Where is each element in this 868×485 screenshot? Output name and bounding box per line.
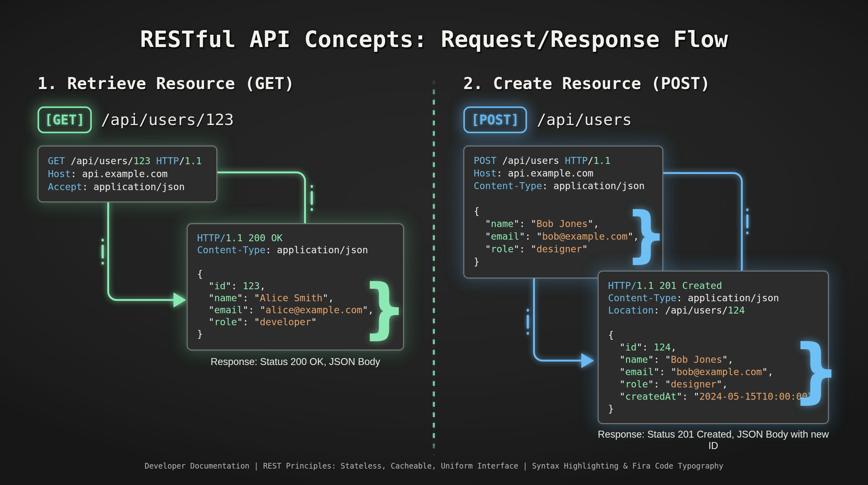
code-line: "email": "alice@example.com", [197, 304, 394, 316]
code-token: ": [637, 342, 653, 353]
get-response-code-block: HTTP/1.1 200 OKContent-Type: application… [187, 223, 404, 350]
code-line: "id": 123, [197, 280, 394, 292]
code-token: " [813, 391, 819, 402]
code-token: ", [628, 231, 639, 242]
code-token: ": " [514, 218, 536, 229]
code-token [243, 232, 249, 244]
code-token: } [608, 403, 614, 414]
code-token: ", [588, 218, 599, 229]
get-response-caption: Response: Status 200 OK, JSON Body [187, 356, 404, 368]
code-line: "role": "designer", [608, 378, 818, 390]
code-token: " [608, 354, 625, 365]
code-token: alice@example.com [266, 304, 363, 315]
code-line: Host: api.example.com [48, 167, 207, 180]
code-token: { [474, 205, 479, 217]
code-line [197, 256, 394, 268]
code-line: GET /api/users/123 HTTP/1.1 [48, 154, 207, 167]
post-endpoint-path: /api/users [537, 106, 632, 133]
code-token: ": " [648, 354, 671, 365]
code-token: : application/json [542, 180, 645, 191]
flow-dash-accent [746, 208, 748, 234]
code-token: ": " [243, 304, 266, 315]
diagram-canvas: RESTful API Concepts: Request/Response F… [0, 0, 868, 485]
code-line: Content-Type: application/json [197, 244, 394, 256]
code-token: " [608, 366, 625, 377]
code-token: HTTP [156, 155, 179, 166]
code-token: Host [48, 168, 71, 179]
code-token: " [582, 244, 588, 255]
code-token: 200 OK [249, 232, 283, 244]
connector-get-request-to-response [217, 171, 306, 223]
code-token: } [474, 256, 479, 267]
get-endpoint-path: /api/users/123 [101, 106, 234, 133]
code-token: " [197, 292, 214, 304]
code-line: Host: api.example.com [474, 167, 653, 180]
code-line: HTTP/1.1 200 OK [197, 232, 394, 244]
code-token: ": " [514, 244, 536, 255]
code-token: Alice Smith [260, 292, 323, 304]
code-token [150, 155, 156, 166]
footer-note: Developer Documentation | REST Principle… [0, 462, 868, 470]
code-token: GET [48, 155, 65, 166]
code-token [654, 280, 659, 291]
code-token: " [311, 316, 317, 327]
code-token: 201 Created [659, 280, 722, 291]
code-line: Content-Type: application/json [608, 292, 818, 304]
code-token: : api.example.com [71, 168, 167, 179]
flow-dash-accent [527, 309, 529, 335]
code-line: Accept: application/json [48, 180, 207, 193]
code-token: createdAt [625, 391, 677, 402]
code-token: : application/json [82, 181, 185, 192]
code-line: "name": "Alice Smith", [197, 292, 394, 304]
code-token: : api.example.com [496, 168, 593, 179]
code-token: ": " [648, 379, 671, 390]
code-token: id [625, 342, 637, 353]
code-line: POST /api/users HTTP/1.1 [474, 154, 653, 167]
code-token: ": " [677, 391, 699, 402]
code-token: Content-Type [474, 180, 542, 191]
post-method-badge: [POST] [463, 106, 527, 133]
code-token: ": " [654, 366, 677, 377]
code-token: " [474, 244, 491, 255]
code-token: " [474, 231, 491, 242]
code-token: Accept [48, 181, 82, 192]
code-token: ": " [237, 316, 259, 327]
code-line: { [197, 268, 394, 280]
flow-dash-accent [101, 239, 104, 265]
code-token: / [179, 155, 185, 166]
page-title: RESTful API Concepts: Request/Response F… [0, 26, 868, 52]
code-token: ", [322, 292, 334, 304]
code-line: "name": "Bob Jones", [608, 353, 818, 366]
post-response-code-block: HTTP/1.1 201 CreatedContent-Type: applic… [598, 270, 829, 424]
code-token: 124 [727, 305, 745, 316]
connector-post-request-to-response-arrowline [533, 279, 593, 362]
get-badge-label: [GET] [45, 112, 85, 127]
code-token: role [625, 379, 648, 390]
post-response-caption: Response: Status 201 Created, JSON Body … [598, 429, 829, 452]
code-token: Content-Type [608, 292, 677, 304]
code-token: role [214, 316, 237, 327]
code-token: / [588, 155, 593, 166]
get-request-code-block: GET /api/users/123 HTTP/1.1Host: api.exa… [37, 146, 217, 202]
code-token: Location [608, 305, 654, 316]
code-token: } [197, 329, 203, 339]
code-token: 123 [133, 155, 150, 166]
code-token: id [214, 280, 225, 291]
flow-dash-accent [311, 185, 313, 211]
code-token: , [260, 280, 266, 291]
code-token: 1.1 [637, 280, 653, 291]
code-token: 1.1 [185, 155, 202, 166]
code-token: ", [722, 354, 733, 365]
code-token: " [608, 342, 625, 353]
code-line: "role": "developer" [197, 316, 394, 328]
code-token: : application/json [677, 292, 779, 304]
code-token: " [608, 391, 625, 402]
code-token: : application/json [266, 245, 368, 255]
arrowhead-icon [581, 353, 594, 368]
code-token: /api/users/ [65, 155, 133, 166]
code-line: "id": 124, [608, 341, 818, 353]
code-token: name [625, 354, 648, 365]
code-token: { [608, 329, 614, 340]
code-token: HTTP/ [197, 232, 225, 244]
code-token: ", [716, 379, 727, 390]
